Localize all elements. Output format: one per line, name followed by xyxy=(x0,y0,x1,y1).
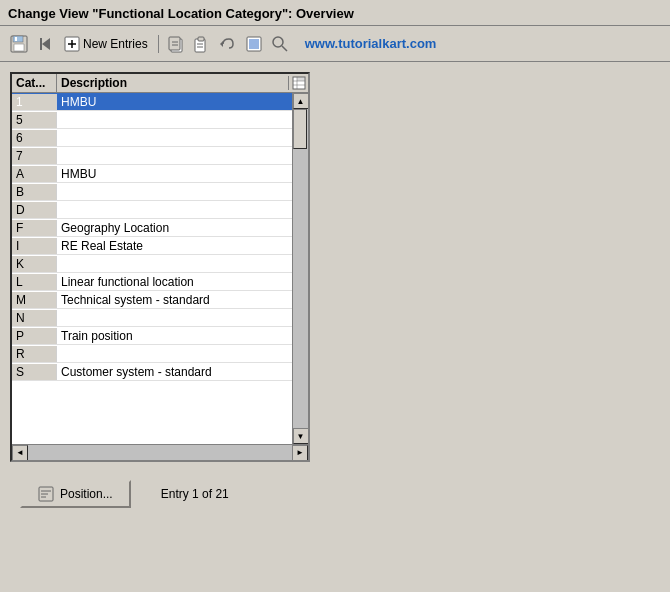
table-row[interactable]: 7 xyxy=(12,147,292,165)
table-row[interactable]: LLinear functional location xyxy=(12,273,292,291)
find-icon[interactable] xyxy=(269,33,291,55)
svg-rect-3 xyxy=(15,37,17,41)
table-row[interactable]: K xyxy=(12,255,292,273)
toolbar-separator-1 xyxy=(158,35,159,53)
cell-description: Train position xyxy=(57,328,292,344)
cell-category: R xyxy=(12,346,57,362)
svg-rect-5 xyxy=(40,38,42,50)
cell-category: S xyxy=(12,364,57,380)
scroll-right-button[interactable]: ► xyxy=(292,445,308,461)
cell-category: I xyxy=(12,238,57,254)
cell-category: 5 xyxy=(12,112,57,128)
svg-point-20 xyxy=(273,37,283,47)
cell-description: Customer system - standard xyxy=(57,364,292,380)
svg-rect-14 xyxy=(198,37,204,41)
table-row[interactable]: 1HMBU xyxy=(12,93,292,111)
select-all-icon[interactable] xyxy=(243,33,265,55)
table-row[interactable]: MTechnical system - standard xyxy=(12,291,292,309)
horizontal-scrollbar[interactable]: ◄ ► xyxy=(12,444,308,460)
back-icon[interactable] xyxy=(34,33,56,55)
cell-category: M xyxy=(12,292,57,308)
svg-rect-19 xyxy=(249,39,259,49)
scroll-track xyxy=(293,109,309,428)
data-table: Cat... Description xyxy=(10,72,310,462)
main-window: Change View "Functional Location Categor… xyxy=(0,0,670,592)
copy-rows-icon[interactable] xyxy=(165,33,187,55)
position-button[interactable]: Position... xyxy=(20,480,131,508)
svg-line-21 xyxy=(282,46,287,51)
cell-description xyxy=(57,353,292,355)
cell-category: N xyxy=(12,310,57,326)
table-row[interactable]: FGeography Location xyxy=(12,219,292,237)
svg-rect-1 xyxy=(13,36,23,42)
watermark: www.tutorialkart.com xyxy=(305,36,437,51)
scroll-thumb[interactable] xyxy=(293,109,307,149)
column-settings-icon[interactable] xyxy=(288,76,308,90)
cell-category: B xyxy=(12,184,57,200)
position-btn-label: Position... xyxy=(60,487,113,501)
cell-description: RE Real Estate xyxy=(57,238,292,254)
table-row[interactable]: R xyxy=(12,345,292,363)
cell-description: Geography Location xyxy=(57,220,292,236)
cell-category: A xyxy=(12,166,57,182)
cell-description xyxy=(57,119,292,121)
table-row[interactable]: PTrain position xyxy=(12,327,292,345)
cell-description: Technical system - standard xyxy=(57,292,292,308)
table-body: 1HMBU567AHMBUBDFGeography LocationIRE Re… xyxy=(12,93,308,444)
bottom-bar: Position... Entry 1 of 21 xyxy=(10,472,660,516)
cell-category: 7 xyxy=(12,148,57,164)
save-icon[interactable] xyxy=(8,33,30,55)
scroll-down-button[interactable]: ▼ xyxy=(293,428,309,444)
cell-category: 6 xyxy=(12,130,57,146)
cell-description xyxy=(57,137,292,139)
column-header-cat: Cat... xyxy=(12,74,57,92)
table-row[interactable]: 6 xyxy=(12,129,292,147)
cell-description xyxy=(57,191,292,193)
vertical-scrollbar[interactable]: ▲ ▼ xyxy=(292,93,308,444)
hscroll-track xyxy=(28,445,292,461)
new-entries-button[interactable]: New Entries xyxy=(60,34,152,54)
toolbar: New Entries xyxy=(0,26,670,62)
svg-marker-4 xyxy=(42,38,50,50)
cell-category: D xyxy=(12,202,57,218)
scroll-left-button[interactable]: ◄ xyxy=(12,445,28,461)
table-row[interactable]: D xyxy=(12,201,292,219)
undo-icon[interactable] xyxy=(217,33,239,55)
table-row[interactable]: IRE Real Estate xyxy=(12,237,292,255)
cell-category: K xyxy=(12,256,57,272)
column-header-description: Description xyxy=(57,74,288,92)
table-header: Cat... Description xyxy=(12,74,308,93)
new-entries-label: New Entries xyxy=(83,37,148,51)
cell-category: P xyxy=(12,328,57,344)
svg-rect-2 xyxy=(14,44,24,51)
table-row[interactable]: N xyxy=(12,309,292,327)
paste-icon[interactable] xyxy=(191,33,213,55)
content-area: Cat... Description xyxy=(0,62,670,592)
table-row[interactable]: AHMBU xyxy=(12,165,292,183)
table-row[interactable]: SCustomer system - standard xyxy=(12,363,292,381)
cell-category: L xyxy=(12,274,57,290)
cell-category: F xyxy=(12,220,57,236)
cell-description xyxy=(57,263,292,265)
scroll-up-button[interactable]: ▲ xyxy=(293,93,309,109)
cell-description: Linear functional location xyxy=(57,274,292,290)
table-rows-container: 1HMBU567AHMBUBDFGeography LocationIRE Re… xyxy=(12,93,292,444)
svg-rect-10 xyxy=(169,37,180,50)
title-bar: Change View "Functional Location Categor… xyxy=(0,0,670,26)
cell-description xyxy=(57,155,292,157)
svg-marker-17 xyxy=(220,41,223,47)
table-row[interactable]: B xyxy=(12,183,292,201)
cell-description xyxy=(57,209,292,211)
page-title: Change View "Functional Location Categor… xyxy=(8,6,354,21)
cell-description xyxy=(57,317,292,319)
svg-rect-26 xyxy=(297,77,305,81)
cell-category: 1 xyxy=(12,94,57,110)
cell-description: HMBU xyxy=(57,166,292,182)
entry-count: Entry 1 of 21 xyxy=(161,487,229,501)
cell-description: HMBU xyxy=(57,94,292,110)
table-row[interactable]: 5 xyxy=(12,111,292,129)
